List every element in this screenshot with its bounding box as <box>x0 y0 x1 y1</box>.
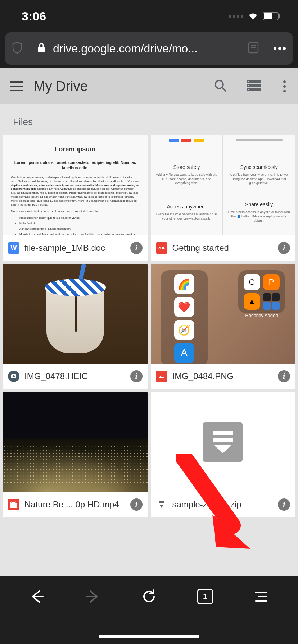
drive-header: My Drive <box>0 68 298 104</box>
status-time: 3:06 <box>22 9 46 23</box>
file-preview: Lorem ipsum Lorem ipsum dolor sit amet, … <box>3 135 148 235</box>
svg-rect-21 <box>159 502 164 503</box>
doc-para: Maecenas mauris lectus, lobortis et puru… <box>11 210 140 213</box>
svg-rect-15 <box>248 89 249 90</box>
file-name: IMG_0484.PNG <box>172 371 273 381</box>
word-doc-icon: W <box>8 242 19 254</box>
file-row: IMG_0478.HEIC i <box>3 364 148 389</box>
file-card[interactable]: Lorem ipsum Lorem ipsum dolor sit amet, … <box>3 135 148 261</box>
divider <box>266 41 266 56</box>
info-icon[interactable]: i <box>130 242 143 254</box>
reload-button[interactable] <box>138 586 160 607</box>
tab-count: 1 <box>197 589 213 604</box>
browser-menu-button[interactable] <box>250 586 272 607</box>
file-card[interactable]: sample-zip-file.zip i <box>151 392 295 517</box>
svg-rect-13 <box>248 81 249 82</box>
page-actions-icon[interactable] <box>274 47 286 50</box>
file-row: W file-sample_1MB.doc i <box>3 235 148 261</box>
folder-label: Recently Added <box>245 313 278 318</box>
gs-text: Get files from your Mac or PC into Drive… <box>227 173 291 185</box>
reader-mode-icon[interactable] <box>248 42 259 55</box>
svg-line-9 <box>222 88 226 91</box>
doc-list: Maecenas non lorem quis tellus placerat … <box>11 216 140 235</box>
file-grid: Lorem ipsum Lorem ipsum dolor sit amet, … <box>3 135 295 517</box>
file-preview <box>151 392 295 492</box>
file-preview: Store safely Add any file you want to ke… <box>151 135 295 235</box>
image-icon <box>156 371 167 382</box>
file-row: Nature Be ... 0p HD.mp4 i <box>3 492 148 517</box>
svg-rect-20 <box>159 501 164 502</box>
info-icon[interactable]: i <box>130 498 143 511</box>
shield-icon[interactable] <box>12 42 22 55</box>
doc-title: Lorem ipsum <box>11 145 140 153</box>
browser-url-bar[interactable]: drive.google.com/drive/mo... <box>5 32 293 65</box>
zip-preview-icon <box>203 422 243 462</box>
svg-point-8 <box>215 80 223 88</box>
battery-icon <box>263 12 281 20</box>
doc-para: Vestibulum neque massa, scelerisque sit … <box>11 176 140 207</box>
file-preview: 🌈 ❤️ 🧭 A Suggestions G P ▲ <box>151 264 295 364</box>
back-button[interactable] <box>26 586 48 607</box>
gs-text: Give others access to any file or folder… <box>227 210 291 223</box>
file-preview <box>3 264 148 364</box>
divider <box>30 41 30 56</box>
list-view-icon[interactable] <box>247 80 261 92</box>
svg-rect-2 <box>279 14 280 18</box>
gs-heading: Share easily <box>245 202 273 207</box>
signal-icon <box>229 15 243 18</box>
photo-icon <box>8 371 19 382</box>
file-name: Nature Be ... 0p HD.mp4 <box>24 500 125 510</box>
file-row: sample-zip-file.zip i <box>151 492 295 517</box>
svg-rect-18 <box>13 374 15 375</box>
section-label: Files <box>3 104 295 135</box>
status-bar: 3:06 <box>0 0 298 32</box>
wifi-icon <box>248 12 258 20</box>
menu-icon <box>255 592 267 602</box>
file-row: IMG_0484.PNG i <box>151 364 295 389</box>
info-icon[interactable]: i <box>278 370 290 382</box>
file-card[interactable]: 🌈 ❤️ 🧭 A Suggestions G P ▲ <box>151 264 295 389</box>
svg-rect-14 <box>248 85 249 86</box>
svg-point-17 <box>13 375 15 377</box>
file-name: file-sample_1MB.doc <box>24 243 125 253</box>
info-icon[interactable]: i <box>278 498 290 511</box>
home-indicator[interactable] <box>99 635 199 638</box>
file-card[interactable]: Store safely Add any file you want to ke… <box>151 135 295 261</box>
gs-heading: Access anywhere <box>167 204 207 210</box>
page-title: My Drive <box>34 79 205 94</box>
file-preview <box>3 392 148 492</box>
file-name: Getting started <box>172 243 273 253</box>
file-name: IMG_0478.HEIC <box>24 371 125 381</box>
svg-rect-19 <box>10 503 17 508</box>
doc-subtitle: Lorem ipsum dolor sit amet, consectetur … <box>11 160 140 171</box>
lock-icon <box>37 42 46 55</box>
gs-heading: Store safely <box>173 164 200 170</box>
file-row: PDF Getting started i <box>151 235 295 261</box>
info-icon[interactable]: i <box>278 242 290 254</box>
file-card[interactable]: IMG_0478.HEIC i <box>3 264 148 389</box>
file-name: sample-zip-file.zip <box>172 500 273 510</box>
video-icon <box>8 499 19 510</box>
zip-icon <box>156 499 167 510</box>
status-icons <box>229 12 281 20</box>
gs-text: Every file in Drive becomes available on… <box>155 212 218 221</box>
browser-bottom-nav: 1 <box>0 576 298 644</box>
more-options-icon[interactable] <box>281 80 288 92</box>
search-icon[interactable] <box>214 79 227 93</box>
svg-rect-1 <box>264 13 272 19</box>
pdf-icon: PDF <box>156 242 167 254</box>
url-text[interactable]: drive.google.com/drive/mo... <box>53 42 241 55</box>
info-icon[interactable]: i <box>130 370 143 382</box>
file-card[interactable]: Nature Be ... 0p HD.mp4 i <box>3 392 148 517</box>
gs-heading: Sync seamlessly <box>240 164 277 170</box>
hamburger-menu-icon[interactable] <box>10 81 23 91</box>
svg-rect-3 <box>38 47 45 52</box>
forward-button[interactable] <box>82 586 104 607</box>
gs-text: Add any file you want to keep safe with … <box>155 173 218 185</box>
tabs-button[interactable]: 1 <box>194 586 216 607</box>
content-area: Files Lorem ipsum Lorem ipsum dolor sit … <box>0 104 298 612</box>
